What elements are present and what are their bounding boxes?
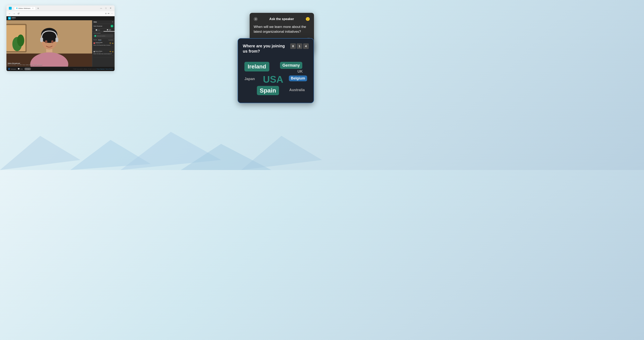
minimize-button[interactable]: — — [99, 7, 103, 10]
question-name-2: Darren Owens — [96, 51, 102, 52]
popup-header: ✕ Ask the speaker 🙂 — [254, 17, 310, 21]
vote-count-2: 0 — [111, 51, 112, 52]
slido-close-button[interactable]: ✕ — [112, 21, 113, 23]
word-cloud-title: Where are you joining us from? — [243, 43, 288, 54]
slido-tab-polls[interactable]: 📊 Polls — [92, 28, 104, 31]
word-australia[interactable]: Australia — [289, 88, 305, 92]
slido-session-avatar: B — [110, 25, 113, 27]
participant-button[interactable]: 👤 Participant — [8, 68, 16, 70]
svg-point-24 — [51, 40, 54, 43]
slido-header: Slido ✕ — [92, 20, 114, 24]
slido-filter-row: Popular Recent 2 questions — [92, 38, 114, 41]
slido-button[interactable]: S Slido — [24, 68, 31, 70]
video-overlay-info: Sales Broadcast Nov 3 2:15 PM – 3:15 PM … — [8, 62, 42, 65]
video-placeholder — [6, 20, 92, 67]
chat-button[interactable]: 💬 Chat — [18, 68, 23, 70]
svg-point-23 — [45, 40, 48, 43]
nav-forward-button[interactable]: → — [12, 12, 16, 15]
close-button[interactable]: ✕ — [109, 7, 112, 10]
downvote-icon-2[interactable]: 👎 — [110, 51, 111, 52]
slido-session: Sales Broadcast B — [92, 24, 114, 28]
word-cloud-numbers: 8 1 4 — [290, 43, 309, 49]
webex-main: Sales Broadcast Nov 3 2:15 PM – 3:15 PM … — [6, 20, 114, 67]
svg-point-20 — [41, 33, 58, 43]
downvote-icon-1[interactable]: 👎 — [110, 42, 111, 44]
nav-icons: ≡ ✏ ⋯ — [105, 12, 113, 15]
number-box-1: 8 — [290, 43, 296, 49]
word-usa[interactable]: USA — [263, 74, 283, 85]
video-subtitle: Nov 3 2:15 PM – 3:15 PM • Host: Sofia Go… — [8, 64, 42, 65]
slido-ask-section: Ask the speaker B Type your question — [92, 32, 114, 38]
browser-tab[interactable]: ⬢ Webex Webinars ✕ — [14, 7, 36, 10]
number-box-2: 1 — [297, 43, 302, 49]
popup-emoji-button[interactable]: 🙂 — [306, 17, 310, 21]
slido-label: Slido — [27, 68, 30, 70]
word-belgium[interactable]: Belgium — [289, 75, 307, 81]
chat-icon: 💬 — [18, 68, 20, 70]
upvote-icon-2[interactable]: 👍 — [112, 51, 113, 52]
upvote-icon-1[interactable]: 👍 — [112, 42, 113, 44]
nav-refresh-button[interactable]: ↺ — [17, 12, 20, 15]
question-header-1: C Clarissa Smith 1 minute ago 👎 0 👍 — [94, 42, 113, 44]
chat-label: Chat — [20, 68, 23, 70]
word-spain[interactable]: Spain — [257, 86, 279, 95]
slido-icon: S — [26, 68, 26, 70]
svg-marker-0 — [0, 136, 80, 170]
nav-more-icon[interactable]: ⋯ — [111, 12, 113, 15]
question-time-1: 1 minute ago — [96, 43, 102, 44]
window-controls: — □ ✕ — [99, 7, 113, 10]
participant-icon: 👤 — [8, 68, 10, 70]
privacy-link[interactable]: Privacy Statement — [96, 68, 105, 70]
svg-point-15 — [17, 34, 24, 46]
question-header-2: D Darren Owens 2 minutes ago 👎 0 👍 — [94, 51, 113, 53]
slido-input-row[interactable]: B Type your question — [94, 34, 113, 37]
webex-content: W webex by cisco — [6, 16, 114, 71]
popup-close-button[interactable]: ✕ — [254, 17, 258, 21]
video-area: Sales Broadcast Nov 3 2:15 PM – 3:15 PM … — [6, 20, 92, 67]
slido-panel-title: Slido — [94, 21, 97, 23]
number-box-3: 4 — [303, 43, 309, 49]
svg-rect-22 — [56, 37, 58, 42]
filter-recent[interactable]: Recent — [98, 39, 101, 41]
slido-tabs: 📊 Polls 💬 Q&A — [92, 28, 114, 32]
nav-edit-icon[interactable]: ✏ — [108, 12, 110, 15]
footer-links: © 2022 Cisco and/or its affiliates. All … — [73, 68, 113, 70]
svg-marker-3 — [181, 144, 271, 170]
question-more-1[interactable]: ⋯ — [94, 46, 113, 48]
browser-navbar: ← → ↺ ≡ ✏ ⋯ — [6, 11, 114, 16]
webex-bottom-bar: 👤 Participant 💬 Chat S Slido © 2022 Cisc… — [6, 67, 114, 71]
question-more-2[interactable]: ⋯ — [94, 55, 113, 56]
question-user-1: C Clarissa Smith 1 minute ago — [94, 42, 102, 44]
list-item: D Darren Owens 2 minutes ago 👎 0 👍 — [94, 51, 113, 58]
qna-icon: 💬 — [107, 29, 108, 30]
slido-tab-qna[interactable]: 💬 Q&A — [104, 28, 115, 31]
bottom-actions: 👤 Participant 💬 Chat S Slido — [8, 68, 31, 70]
svg-marker-2 — [120, 132, 221, 170]
word-ireland[interactable]: Ireland — [244, 62, 269, 71]
tab-area: ⬢ Webex Webinars ✕ + — [14, 7, 98, 10]
word-cloud-popup: Where are you joining us from? 8 1 4 Ire… — [238, 38, 314, 103]
slido-question-count: 2 questions — [108, 39, 113, 40]
word-cloud-header: Where are you joining us from? 8 1 4 — [243, 43, 309, 54]
browser-controls — [8, 7, 12, 10]
slido-session-name: Sales Broadcast — [94, 25, 102, 27]
word-japan[interactable]: Japan — [244, 77, 255, 81]
slido-panel: Slido ✕ Sales Broadcast B 📊 Polls 💬 Q&A — [92, 20, 114, 67]
terms-link[interactable]: Terms of Service — [106, 68, 113, 70]
video-title: Sales Broadcast — [8, 62, 42, 64]
maximize-button[interactable]: □ — [104, 7, 107, 10]
slido-filter-tabs: Popular Recent — [94, 39, 101, 41]
browser-titlebar: ⬢ Webex Webinars ✕ + — □ ✕ — [6, 5, 114, 11]
word-uk[interactable]: UK — [298, 69, 303, 74]
nav-back-button[interactable]: ← — [8, 12, 11, 15]
word-germany[interactable]: Germany — [280, 62, 302, 69]
tab-plus-button[interactable]: + — [36, 7, 40, 10]
question-text-1: When is the expected date of release? — [94, 44, 113, 46]
filter-popular[interactable]: Popular — [94, 39, 97, 41]
browser-window: ⬢ Webex Webinars ✕ + — □ ✕ ← → ↺ ≡ ✏ ⋯ — [6, 5, 114, 71]
webex-logo: W webex by cisco — [8, 17, 16, 20]
slido-questions-list: C Clarissa Smith 1 minute ago 👎 0 👍 — [92, 41, 114, 67]
webex-favicon-icon — [9, 7, 12, 10]
nav-menu-icon[interactable]: ≡ — [105, 12, 106, 15]
list-item: C Clarissa Smith 1 minute ago 👎 0 👍 — [94, 42, 113, 49]
